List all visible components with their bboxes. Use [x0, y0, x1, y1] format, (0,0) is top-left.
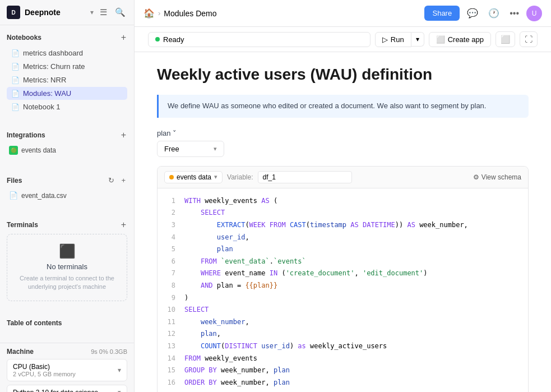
sidebar-item-modules-wau[interactable]: 📄 Modules: WAU	[7, 87, 127, 100]
topbar-actions: Share 💬 🕐 ••• U	[424, 5, 542, 21]
filter-dropdown-arrow-icon: ▾	[214, 145, 217, 153]
cell-variable-input[interactable]	[258, 171, 352, 183]
notebook-icon: 📄	[11, 63, 20, 71]
filter-value: Free	[164, 145, 179, 153]
run-dropdown-button[interactable]: ▾	[411, 32, 424, 47]
sidebar-menu-icon[interactable]: ☰	[98, 6, 109, 19]
toc-title: Table of contents	[7, 319, 127, 327]
run-label: Run	[391, 35, 404, 44]
sidebar-item-label: Metrics: NRR	[23, 76, 66, 84]
home-icon[interactable]: 🏠	[143, 8, 155, 19]
machine-chevron-icon: ▾	[118, 366, 121, 374]
sidebar: D Deepnote ▾ ☰ 🔍 Notebooks + 📄 metrics d…	[0, 0, 135, 392]
expand-icon[interactable]: ⛶	[520, 31, 538, 47]
code-line-9: 9)	[166, 292, 519, 305]
create-app-icon: ⬜	[436, 35, 445, 44]
sidebar-search-icon[interactable]: 🔍	[113, 6, 127, 19]
add-terminal-button[interactable]: +	[120, 219, 127, 230]
cell-actions: ⚙ View schema	[473, 173, 521, 181]
sidebar-item-label: metrics dashboard	[23, 49, 83, 57]
add-notebook-button[interactable]: +	[120, 32, 127, 43]
sidebar-item-metrics-dashboard[interactable]: 📄 metrics dashboard	[7, 47, 127, 59]
notebooks-section: Notebooks + 📄 metrics dashboard 📄 Metric…	[0, 25, 134, 116]
cell-source-chevron-icon: ▾	[214, 173, 217, 181]
sidebar-item-label: Modules: WAU	[23, 89, 71, 98]
sidebar-item-metrics-churn[interactable]: 📄 Metrics: Churn rate	[7, 60, 127, 73]
save-icon[interactable]: ⬜	[496, 31, 515, 47]
terminals-section: Terminals + ⬛ No terminals Create a term…	[0, 215, 134, 306]
status-label: Ready	[163, 35, 184, 44]
app-chevron-icon: ▾	[90, 8, 94, 16]
cell-source-dot	[169, 175, 174, 179]
sidebar-item-metrics-nrr[interactable]: 📄 Metrics: NRR	[7, 73, 127, 86]
run-button[interactable]: ▷ Run	[375, 32, 411, 47]
avatar[interactable]: U	[526, 6, 542, 21]
code-line-10: 10SELECT	[166, 304, 519, 316]
run-play-icon: ▷	[382, 35, 388, 44]
notebook-icon: 📄	[11, 76, 20, 84]
notebook-icon: 📄	[11, 49, 20, 57]
code-line-8: 8 AND plan = {{plan}}	[166, 280, 519, 292]
filter-plan-dropdown[interactable]: Free ▾	[157, 141, 224, 157]
filter-plan-label[interactable]: plan ˅	[157, 129, 529, 137]
python-env-card[interactable]: Python 3.10 for data science ▾	[7, 385, 127, 392]
code-line-4: 4 user_id,	[166, 232, 519, 244]
file-csv-icon: 📄	[9, 191, 18, 200]
code-line-11: 11 week_number,	[166, 316, 519, 329]
python-chevron-icon: ▾	[118, 389, 121, 392]
cell-source-badge[interactable]: events data ▾	[164, 171, 223, 183]
file-event-data[interactable]: 📄 event_data.csv	[7, 190, 127, 201]
cell-variable-label: Variable:	[227, 173, 253, 181]
cell-source-label: events data	[177, 173, 211, 181]
app-name: Deepnote	[25, 8, 86, 17]
comments-icon[interactable]: 💬	[464, 5, 481, 21]
history-icon[interactable]: 🕐	[485, 5, 502, 21]
toc-section: Table of contents	[0, 315, 134, 334]
terminal-icon: ⬛	[59, 243, 76, 259]
files-add-icon[interactable]: +	[119, 174, 127, 186]
notebooks-title: Notebooks	[7, 34, 41, 41]
sidebar-item-notebook1[interactable]: 📄 Notebook 1	[7, 100, 127, 113]
no-terminals-sublabel: Create a terminal to connect to the unde…	[14, 274, 120, 292]
breadcrumb-separator: ›	[158, 9, 160, 17]
integration-events-data[interactable]: 🟢 events data	[7, 144, 127, 156]
code-line-12: 12 plan,	[166, 328, 519, 340]
machine-card[interactable]: CPU (Basic) 2 vCPU, 5 GB memory ▾	[7, 359, 127, 381]
integrations-title: Integrations	[7, 131, 45, 139]
integration-icon: 🟢	[9, 146, 18, 155]
more-options-icon[interactable]: •••	[507, 6, 522, 21]
code-line-1: 1WITH weekly_events AS (	[166, 195, 519, 207]
view-schema-button[interactable]: ⚙ View schema	[473, 173, 521, 181]
sidebar-item-label: Metrics: Churn rate	[23, 62, 85, 71]
status-dot	[155, 37, 160, 41]
sidebar-icon-group: ☰ 🔍	[98, 6, 127, 19]
create-app-label: Create app	[448, 35, 484, 44]
code-line-16: 16ORDER BY week_number, plan	[166, 377, 519, 389]
notebook-toolbar: Ready ▷ Run ▾ ⬜ Create app ⬜ ⛶	[135, 27, 551, 52]
code-line-3: 3 EXTRACT(WEEK FROM CAST(timestamp AS DA…	[166, 219, 519, 232]
notebook-icon: 📄	[11, 103, 20, 111]
topbar: 🏠 › Modules Demo Share 💬 🕐 ••• U	[135, 0, 551, 27]
code-line-7: 7 WHERE event_name IN ('create_document'…	[166, 268, 519, 280]
notebook-blockquote: We define WAU as someone who edited or c…	[157, 95, 529, 118]
status-badge: Ready	[148, 32, 371, 47]
machine-header: Machine 9s 0% 0.3GB	[7, 348, 127, 356]
machine-section: Machine 9s 0% 0.3GB CPU (Basic) 2 vCPU, …	[0, 343, 134, 392]
notebook-title: Weekly active users (WAU) definition	[157, 66, 529, 84]
share-button[interactable]: Share	[424, 6, 460, 21]
code-line-6: 6 FROM `event_data`.`events`	[166, 256, 519, 268]
sql-cell: events data ▾ Variable: ⚙ View schema 1W…	[157, 166, 529, 392]
add-integration-button[interactable]: +	[120, 130, 127, 141]
machine-info: CPU (Basic) 2 vCPU, 5 GB memory	[13, 363, 76, 377]
code-line-5: 5 plan	[166, 243, 519, 256]
create-app-button[interactable]: ⬜ Create app	[429, 32, 491, 47]
integrations-section: Integrations + 🟢 events data	[0, 125, 134, 161]
notebooks-section-header: Notebooks +	[7, 32, 127, 43]
files-refresh-icon[interactable]: ↻	[107, 174, 116, 186]
breadcrumb: 🏠 › Modules Demo	[143, 8, 420, 19]
filter-section: plan ˅ Free ▾	[157, 129, 529, 157]
machine-stats: 9s 0% 0.3GB	[91, 348, 127, 355]
sidebar-item-label: Notebook 1	[23, 103, 61, 111]
code-line-14: 14FROM weekly_events	[166, 353, 519, 365]
filter-label-text: plan ˅	[157, 129, 177, 137]
